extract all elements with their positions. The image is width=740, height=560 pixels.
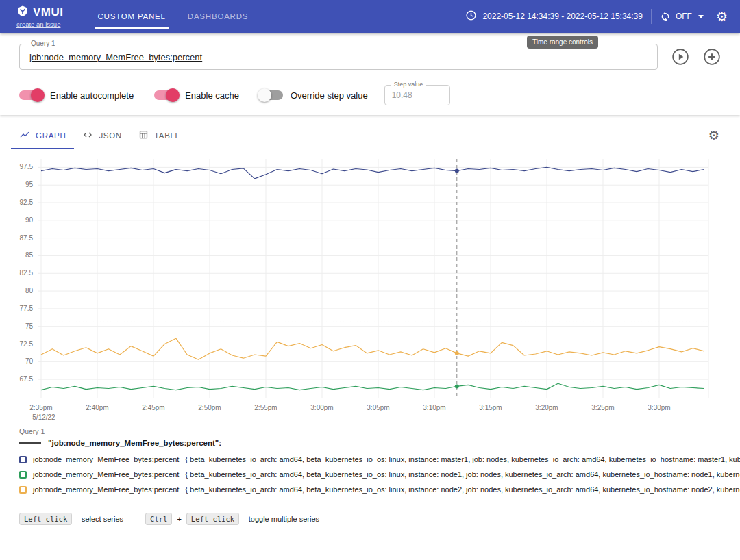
legend-item-node1[interactable]: job:node_memory_MemFree_bytes:percent { … [19,470,721,479]
autocomplete-label: Enable autocomplete [50,90,134,101]
svg-text:67.5: 67.5 [20,375,34,383]
svg-text:3:30pm: 3:30pm [648,404,670,411]
svg-text:77.5: 77.5 [20,305,34,312]
hint-select-series: - select series [77,515,123,523]
series-labels: { beta_kubernetes_io_arch: amd64, beta_k… [185,485,740,494]
execute-query-button[interactable] [671,48,689,66]
svg-text:2:55pm: 2:55pm [254,404,277,411]
hint-plus: + [177,515,181,523]
query-input[interactable]: job:node_memory_MemFree_bytes:percent [29,52,202,62]
view-tabs: GRAPH JSON TABLE ⚙ [0,122,740,149]
kbd-ctrl: Ctrl [145,513,172,525]
app-header: VMUI create an issue CUSTOM PANEL DASHBO… [0,0,740,33]
header-divider [651,9,652,24]
tab-custom-panel[interactable]: CUSTOM PANEL [87,0,177,33]
toggle-cache[interactable]: Enable cache [154,90,239,101]
svg-text:3:15pm: 3:15pm [479,404,502,411]
series-labels: { beta_kubernetes_io_arch: amd64, beta_k… [185,470,740,479]
autocomplete-switch[interactable] [19,90,42,100]
svg-text:82.5: 82.5 [20,269,34,277]
svg-text:5/12/22: 5/12/22 [32,413,56,420]
autorefresh-value: OFF [676,12,692,21]
svg-text:2:45pm: 2:45pm [142,404,164,411]
app-title: VMUI [33,5,64,19]
svg-text:87.5: 87.5 [20,234,34,242]
tab-graph-label: GRAPH [36,131,66,140]
legend-group-title-row: "job:node_memory_MemFree_bytes:percent": [19,439,721,447]
table-icon [138,129,149,141]
toggle-override-step[interactable]: Override step value [260,90,368,101]
create-issue-link[interactable]: create an issue [16,21,64,28]
legend-hints: Left click - select series Ctrl + Left c… [0,500,740,537]
legend-item-node2[interactable]: job:node_memory_MemFree_bytes:percent { … [19,485,721,494]
override-step-switch[interactable] [260,90,283,100]
svg-text:75: 75 [25,322,34,330]
tab-table-label: TABLE [154,131,181,140]
chevron-down-icon [698,15,704,18]
series-labels: { beta_kubernetes_io_arch: amd64, beta_k… [185,455,740,463]
tab-table[interactable]: TABLE [130,122,189,149]
hint-toggle-series: - toggle multiple series [244,515,319,523]
svg-text:95: 95 [25,181,34,188]
series-checkbox[interactable] [19,456,27,463]
svg-text:72.5: 72.5 [20,340,34,348]
cache-label: Enable cache [185,90,239,101]
series-checkbox[interactable] [19,471,27,479]
time-range-tooltip: Time range controls [527,36,598,49]
svg-text:3:20pm: 3:20pm [535,404,558,411]
step-value-field[interactable]: Step value [384,85,450,105]
series-name: job:node_memory_MemFree_bytes:percent [33,485,179,494]
legend-query-label: Query 1 [19,427,721,435]
add-query-button[interactable] [703,48,721,66]
tab-dashboards[interactable]: DASHBOARDS [177,0,260,33]
legend-group-title: "job:node_memory_MemFree_bytes:percent": [48,439,221,447]
legend-line-sample-icon [19,442,41,444]
settings-gear-icon[interactable]: ⚙ [716,10,728,23]
svg-text:70: 70 [25,357,34,365]
svg-text:80: 80 [25,287,34,294]
autorefresh-icon [660,10,671,23]
header-nav: CUSTOM PANEL DASHBOARDS [87,0,260,33]
kbd-left-click-2: Left click [186,513,239,525]
vm-shield-icon [16,5,29,20]
query-panel: Query 1 job:node_memory_MemFree_bytes:pe… [0,33,740,115]
svg-text:2:50pm: 2:50pm [198,404,221,411]
tab-json-label: JSON [99,131,121,140]
clock-icon [465,10,477,23]
series-checkbox[interactable] [19,486,27,494]
logo-block: VMUI create an issue [16,0,64,33]
step-value-input[interactable] [385,90,449,100]
query-field-label: Query 1 [28,40,58,47]
svg-text:3:10pm: 3:10pm [423,404,445,411]
svg-text:3:05pm: 3:05pm [367,404,389,411]
chart-legend: Query 1 "job:node_memory_MemFree_bytes:p… [0,420,740,494]
series-name: job:node_memory_MemFree_bytes:percent [33,470,179,479]
legend-item-master1[interactable]: job:node_memory_MemFree_bytes:percent { … [19,455,721,463]
time-range-value: 2022-05-12 14:34:39 - 2022-05-12 15:34:3… [482,12,643,21]
tab-graph[interactable]: GRAPH [11,122,74,149]
svg-text:97.5: 97.5 [20,163,34,170]
graph-icon [19,129,30,142]
autorefresh-control[interactable]: OFF [660,10,704,23]
time-series-chart[interactable]: 97.59592.59087.58582.58077.57572.57067.5… [0,149,740,420]
svg-text:85: 85 [25,251,34,259]
graph-settings-gear-icon[interactable]: ⚙ [708,128,729,143]
svg-text:2:35pm: 2:35pm [29,404,52,411]
svg-text:2:40pm: 2:40pm [86,404,108,411]
svg-text:3:25pm: 3:25pm [591,404,614,411]
kbd-left-click: Left click [19,513,72,525]
time-range-control[interactable]: 2022-05-12 14:34:39 - 2022-05-12 15:34:3… [465,10,643,23]
svg-text:92.5: 92.5 [20,199,34,206]
code-icon [82,129,93,142]
step-value-label: Step value [391,81,426,88]
svg-text:3:00pm: 3:00pm [310,404,333,411]
toggle-autocomplete[interactable]: Enable autocomplete [19,90,134,101]
svg-text:90: 90 [25,216,34,224]
cache-switch[interactable] [154,90,177,100]
override-step-label: Override step value [291,90,368,101]
series-name: job:node_memory_MemFree_bytes:percent [33,455,179,463]
chart-section: 97.59592.59087.58582.58077.57572.57067.5… [0,149,740,420]
tab-json[interactable]: JSON [74,122,130,149]
